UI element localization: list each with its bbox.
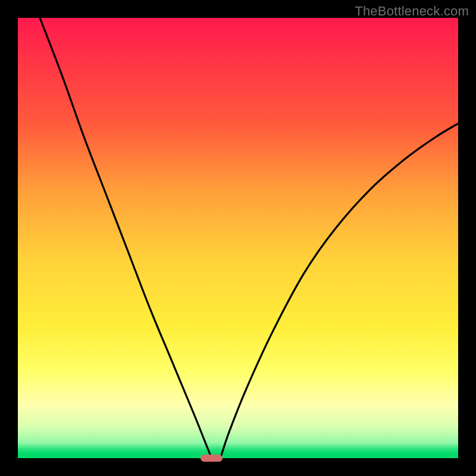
- plot-area: [18, 18, 458, 458]
- right-curve: [220, 124, 458, 458]
- minimum-marker: [201, 455, 223, 462]
- watermark-text: TheBottleneck.com: [355, 4, 469, 19]
- left-curve: [40, 18, 212, 458]
- chart-frame: TheBottleneck.com: [0, 0, 476, 476]
- curve-layer: [18, 18, 458, 458]
